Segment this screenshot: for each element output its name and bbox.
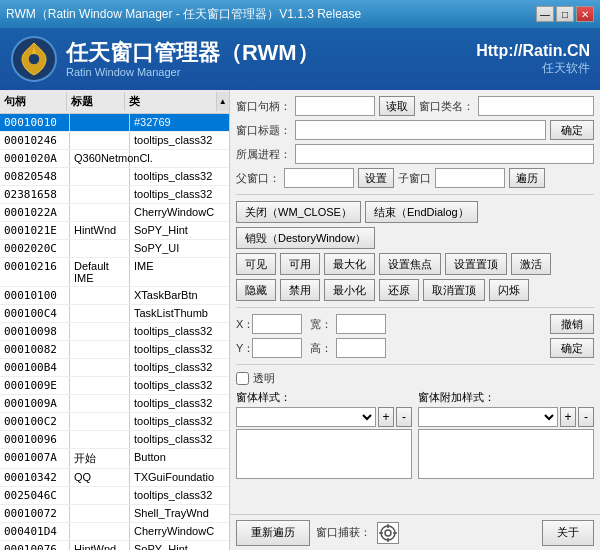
minimize-button[interactable]: 最小化 <box>324 279 375 301</box>
about-button[interactable]: 关于 <box>542 520 594 546</box>
table-row[interactable]: 0002020C SoPY_UI <box>0 240 229 258</box>
table-header: 句柄 标题 类 ▲ <box>0 90 229 114</box>
row-class: tooltips_class32 <box>130 132 225 149</box>
restore-button[interactable]: 还原 <box>379 279 419 301</box>
destroy-button[interactable]: 销毁（DestoryWindow） <box>236 227 375 249</box>
table-row[interactable]: 00010216 Default IME IME <box>0 258 229 287</box>
table-row[interactable]: 02381658 tooltips_class32 <box>0 186 229 204</box>
table-row[interactable]: 00010246 tooltips_class32 <box>0 132 229 150</box>
width-input[interactable] <box>336 314 386 334</box>
table-row[interactable]: 00010010 #32769 <box>0 114 229 132</box>
visible-button[interactable]: 可见 <box>236 253 276 275</box>
row-class: SoPY_Hint <box>130 222 225 239</box>
table-row[interactable]: 0001022A CherryWindowC <box>0 204 229 222</box>
title-label: 窗口标题： <box>236 123 291 138</box>
row-label <box>70 132 130 149</box>
window-exstyle-select[interactable] <box>418 407 558 427</box>
table-row[interactable]: 0001009A tooltips_class32 <box>0 395 229 413</box>
window-style-plus-btn[interactable]: + <box>378 407 394 427</box>
table-row[interactable]: 000100C2 tooltips_class32 <box>0 413 229 431</box>
title-bar: RWM（Ratin Window Manager - 任天窗口管理器）V1.1.… <box>0 0 600 28</box>
row-class: #32769 <box>130 114 225 131</box>
svg-point-1 <box>28 53 40 65</box>
parent-input[interactable] <box>284 168 354 188</box>
close-window-button[interactable]: ✕ <box>576 6 594 22</box>
table-row[interactable]: 00010072 Shell_TrayWnd <box>0 505 229 523</box>
table-row[interactable]: 0001007A 开始 Button <box>0 449 229 469</box>
window-exstyle-minus-btn[interactable]: - <box>578 407 594 427</box>
table-row[interactable]: 0025046C tooltips_class32 <box>0 487 229 505</box>
end-dialog-button[interactable]: 结束（EndDialog） <box>365 201 478 223</box>
process-input[interactable] <box>295 144 594 164</box>
row-class <box>130 150 225 167</box>
row-id: 00010098 <box>0 323 70 340</box>
minimize-button[interactable]: — <box>536 6 554 22</box>
logo-area: 任天窗口管理器（RWM） Ratin Window Manager <box>10 35 319 83</box>
handle-input[interactable] <box>295 96 375 116</box>
hide-button[interactable]: 隐藏 <box>236 279 276 301</box>
row-label <box>70 186 130 203</box>
window-style-select[interactable] <box>236 407 376 427</box>
confirm-button[interactable]: 确定 <box>550 120 594 140</box>
scroll-up-arrow[interactable]: ▲ <box>216 92 229 111</box>
window-style-minus-btn[interactable]: - <box>396 407 412 427</box>
table-row[interactable]: 00820548 tooltips_class32 <box>0 168 229 186</box>
maximize-button[interactable]: 最大化 <box>324 253 375 275</box>
x-input[interactable] <box>252 314 302 334</box>
row-id: 00010216 <box>0 258 70 286</box>
transparent-checkbox[interactable] <box>236 372 249 385</box>
table-row[interactable]: 00010100 XTaskBarBtn <box>0 287 229 305</box>
table-row[interactable]: 0001021E HintWnd SoPY_Hint <box>0 222 229 240</box>
read-button[interactable]: 读取 <box>379 96 415 116</box>
table-row[interactable]: 0001009E tooltips_class32 <box>0 377 229 395</box>
row-class: tooltips_class32 <box>130 168 225 185</box>
set-top-button[interactable]: 设置置顶 <box>445 253 507 275</box>
y-input[interactable] <box>252 338 302 358</box>
row-label: HintWnd <box>70 541 130 550</box>
table-row[interactable]: 000100C4 TaskListThumb <box>0 305 229 323</box>
table-row[interactable]: 00010098 tooltips_class32 <box>0 323 229 341</box>
row-class: SoPY_Hint <box>130 541 225 550</box>
handle-row: 窗口句柄： 读取 窗口类名： <box>236 96 594 116</box>
svg-point-3 <box>385 530 391 536</box>
set-focus-button[interactable]: 设置焦点 <box>379 253 441 275</box>
right-panel: 窗口句柄： 读取 窗口类名： 窗口标题： 确定 所属进程： 父窗口： 设置 子窗… <box>230 90 600 550</box>
table-row[interactable]: 000100B4 tooltips_class32 <box>0 359 229 377</box>
enable-button[interactable]: 可用 <box>280 253 320 275</box>
title-input[interactable] <box>295 120 546 140</box>
window-exstyle-textarea[interactable] <box>418 429 594 479</box>
table-row[interactable]: 00010096 tooltips_class32 <box>0 431 229 449</box>
child-input[interactable] <box>435 168 505 188</box>
table-row[interactable]: 00010076 HintWnd SoPY_Hint <box>0 541 229 550</box>
traverse-button[interactable]: 遍历 <box>509 168 545 188</box>
refresh-button[interactable]: 重新遍历 <box>236 520 310 546</box>
table-row[interactable]: 0001020A Q360NetmonCl. <box>0 150 229 168</box>
class-input[interactable] <box>478 96 594 116</box>
disable-button[interactable]: 禁用 <box>280 279 320 301</box>
app-main-title: 任天窗口管理器（RWM） <box>66 40 319 66</box>
activate-button[interactable]: 激活 <box>511 253 551 275</box>
cancel-top-button[interactable]: 取消置顶 <box>423 279 485 301</box>
row-label: QQ <box>70 469 130 486</box>
row-id: 000100C2 <box>0 413 70 430</box>
cancel-coord-button[interactable]: 撤销 <box>550 314 594 334</box>
close-wm-button[interactable]: 关闭（WM_CLOSE） <box>236 201 361 223</box>
col-header-label: 标题 <box>67 92 125 111</box>
window-exstyle-plus-btn[interactable]: + <box>560 407 576 427</box>
row-id: 0001009A <box>0 395 70 412</box>
height-input[interactable] <box>336 338 386 358</box>
set-button[interactable]: 设置 <box>358 168 394 188</box>
flash-button[interactable]: 闪烁 <box>489 279 529 301</box>
maximize-button[interactable]: □ <box>556 6 574 22</box>
row-label <box>70 341 130 358</box>
table-row[interactable]: 00010082 tooltips_class32 <box>0 341 229 359</box>
ok-coord-button[interactable]: 确定 <box>550 338 594 358</box>
table-row[interactable]: 000401D4 CherryWindowC <box>0 523 229 541</box>
height-label: 高： <box>310 341 332 356</box>
table-row[interactable]: 00010342 QQ TXGuiFoundatio <box>0 469 229 487</box>
target-icon[interactable] <box>377 522 399 544</box>
window-list[interactable]: 00010010 #32769 00010246 tooltips_class3… <box>0 114 229 550</box>
row-label <box>70 305 130 322</box>
logo-icon <box>10 35 58 83</box>
window-style-textarea[interactable] <box>236 429 412 479</box>
